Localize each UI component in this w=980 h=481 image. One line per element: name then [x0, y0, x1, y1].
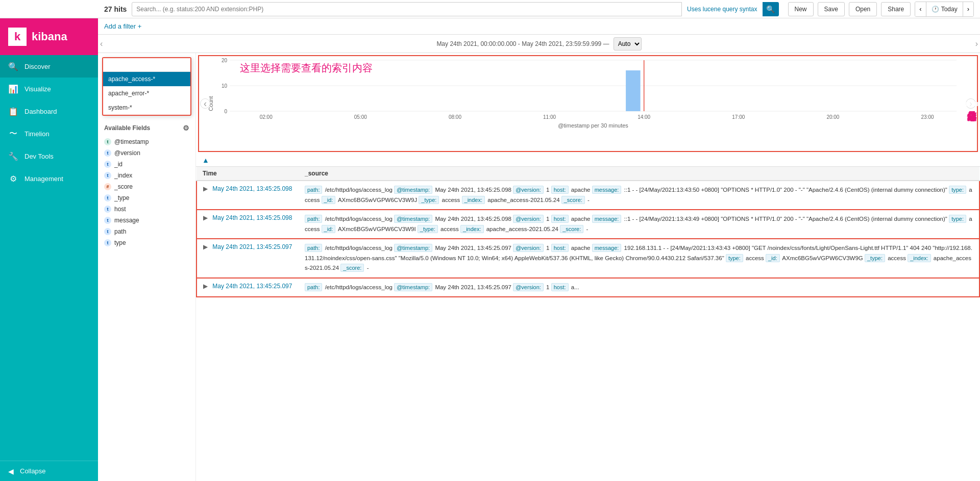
collapse-label: Collapse: [20, 467, 46, 475]
col-time-header[interactable]: Time: [197, 167, 299, 181]
dashboard-icon: 📋: [8, 107, 18, 116]
field-item-timestamp[interactable]: t @timestamp: [98, 136, 195, 147]
results-table: Time _source ▶ May 24th 2021, 13:45:25.0…: [196, 167, 980, 297]
content-columns: apache_access-* apache_error-* system-* …: [98, 53, 980, 481]
index-item-apache-error[interactable]: apache_error-*: [103, 86, 190, 100]
svg-text:10: 10: [222, 83, 228, 89]
source-key-path-3: path:: [305, 244, 322, 252]
index-item-system[interactable]: system-*: [103, 100, 190, 115]
chart-area: 这里选择需要查看的索引内容 ‹ › Count 20: [198, 55, 978, 152]
field-label-version: @version: [114, 149, 140, 157]
chart-collapse-left[interactable]: ‹: [200, 98, 210, 109]
timelion-icon: 〜: [8, 129, 18, 139]
open-button[interactable]: Open: [849, 2, 877, 16]
field-item-version[interactable]: t @version: [98, 147, 195, 159]
datetime-range-text: May 24th 2021, 00:00:00.000 - May 24th 2…: [436, 40, 609, 47]
sidebar: k kibana 🔍 Discover 📊 Visualize 📋 Dashbo…: [0, 18, 98, 481]
timestamp-4: May 24th 2021, 13:45:25.097: [212, 283, 292, 290]
source-key-ts-1: @timestamp:: [394, 186, 432, 194]
today-button[interactable]: 🕐 Today: [926, 2, 963, 16]
expand-arrow-1[interactable]: ▶: [203, 185, 208, 192]
table-row: ▶ May 24th 2021, 13:45:25.097 path: /etc…: [197, 239, 979, 278]
field-type-t1: t: [104, 149, 111, 157]
source-key-msg-3: message:: [592, 244, 622, 252]
source-key-xindex-3: _index:: [908, 254, 930, 262]
share-button[interactable]: Share: [881, 2, 911, 16]
field-item-index[interactable]: t _index: [98, 170, 195, 181]
row-source-1: path: /etc/httpd/logs/access_log @timest…: [299, 181, 979, 210]
source-key-ver-4: @version:: [513, 283, 544, 291]
field-type-t3: t: [104, 172, 111, 179]
next-date-button[interactable]: ›: [963, 2, 973, 16]
fields-gear-icon[interactable]: ⚙: [183, 124, 189, 132]
field-item-path[interactable]: t path: [98, 226, 195, 237]
field-label-index: _index: [114, 172, 132, 179]
save-button[interactable]: Save: [818, 2, 845, 16]
table-up-icon[interactable]: ▲: [202, 156, 209, 164]
svg-text:11:00: 11:00: [543, 114, 556, 120]
search-input[interactable]: [132, 2, 682, 16]
row-source-2: path: /etc/httpd/logs/access_log @timest…: [299, 210, 979, 239]
timestamp-3: May 24th 2021, 13:45:25.097: [212, 243, 292, 250]
prev-date-button[interactable]: ‹: [915, 2, 926, 16]
nav-collapse[interactable]: ◀ Collapse: [0, 461, 98, 481]
field-item-message[interactable]: t message: [98, 215, 195, 226]
source-key-xtype-1: _type:: [419, 196, 439, 204]
svg-text:14:00: 14:00: [638, 114, 650, 120]
field-item-id[interactable]: t _id: [98, 159, 195, 170]
row-time-1: ▶ May 24th 2021, 13:45:25.098: [197, 181, 299, 210]
auto-select[interactable]: Auto: [614, 37, 642, 50]
field-item-host[interactable]: t host: [98, 204, 195, 215]
source-key-ts-3: @timestamp:: [394, 244, 432, 252]
svg-text:05:00: 05:00: [354, 114, 367, 120]
index-search-input[interactable]: [103, 58, 190, 72]
main-content: 这里选择需要查看的索引内容 ‹ › Count 20: [196, 53, 980, 481]
source-key-id-1: _id:: [322, 196, 336, 204]
source-key-host-1: host:: [551, 186, 569, 194]
field-label-type2: type: [114, 239, 126, 246]
field-type-t2: t: [104, 161, 111, 168]
expand-arrow-4[interactable]: ▶: [203, 283, 208, 290]
sidebar-item-devtools[interactable]: 🔧 Dev Tools: [0, 145, 98, 167]
sidebar-item-timelion[interactable]: 〜 Timelion: [0, 122, 98, 145]
source-key-id-3: _id:: [766, 254, 780, 262]
sidebar-item-discover[interactable]: 🔍 Discover: [0, 55, 98, 78]
source-key-xtype-3: _type:: [865, 254, 885, 262]
expand-arrow-2[interactable]: ▶: [203, 214, 208, 221]
source-key-xindex-1: _index:: [462, 196, 485, 204]
sidebar-item-management[interactable]: ⚙ Management: [0, 167, 98, 190]
field-item-type[interactable]: t _type: [98, 192, 195, 204]
search-button[interactable]: 🔍: [763, 2, 779, 16]
field-item-score[interactable]: # _score: [98, 181, 195, 192]
table-nav-row: ▲: [196, 154, 980, 167]
main-layout: k kibana 🔍 Discover 📊 Visualize 📋 Dashbo…: [0, 18, 980, 481]
source-key-host-2: host:: [551, 215, 569, 223]
logo-area[interactable]: k kibana: [0, 18, 98, 55]
sidebar-item-visualize[interactable]: 📊 Visualize: [0, 78, 98, 100]
collapse-icon: ◀: [8, 467, 14, 475]
collapse-left-btn[interactable]: ‹: [100, 39, 103, 48]
source-key-host-4: host:: [551, 283, 569, 291]
source-key-msg-1: message:: [592, 186, 622, 194]
source-key-host-3: host:: [551, 244, 569, 252]
source-key-path-4: path:: [305, 283, 322, 291]
sidebar-item-label-devtools: Dev Tools: [24, 153, 54, 160]
index-item-apache-access[interactable]: apache_access-*: [103, 72, 190, 86]
sidebar-item-label-timelion: Timelion: [24, 130, 50, 138]
collapse-right-btn[interactable]: ›: [975, 39, 978, 48]
expand-arrow-3[interactable]: ▶: [203, 243, 208, 250]
fields-panel: apache_access-* apache_error-* system-* …: [98, 53, 196, 481]
fields-panel-header: Available Fields ⚙: [98, 120, 195, 136]
source-key-xtype-2: _type:: [418, 225, 438, 233]
sidebar-item-dashboard[interactable]: 📋 Dashboard: [0, 100, 98, 122]
field-type-t6: t: [104, 217, 111, 224]
new-button[interactable]: New: [788, 2, 814, 16]
add-filter-link[interactable]: Add a filter +: [104, 22, 141, 30]
svg-text:23:00: 23:00: [921, 114, 934, 120]
logo-text: kibana: [32, 30, 67, 43]
top-actions: New Save Open Share ‹ 🕐 Today ›: [788, 2, 974, 17]
field-type-t4: t: [104, 194, 111, 201]
svg-text:20: 20: [222, 58, 228, 63]
field-item-type2[interactable]: t type: [98, 237, 195, 248]
lucene-link[interactable]: Uses lucene query syntax: [682, 6, 762, 13]
